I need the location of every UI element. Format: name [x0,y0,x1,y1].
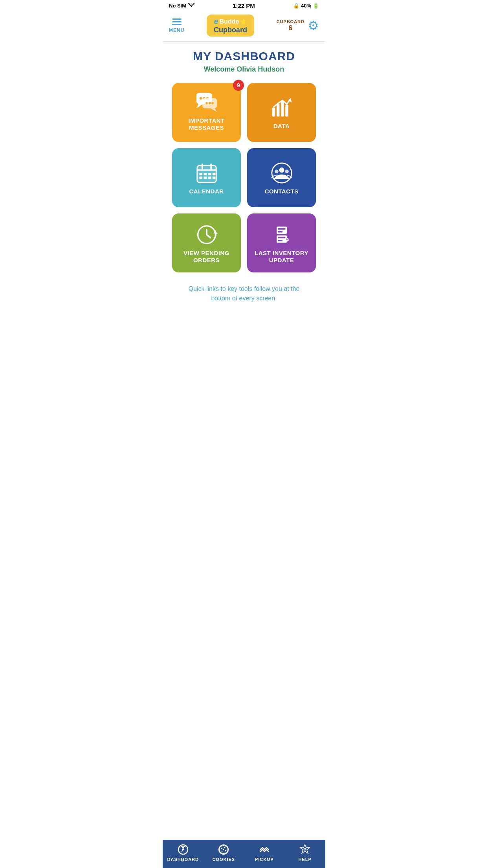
header-right: CUPBOARD 6 ⚙ [276,18,319,33]
status-time: 1:22 PM [233,2,255,9]
logo-star-icon: ⭐ [240,18,247,25]
battery-percent: 40% [301,3,311,9]
contacts-tile-label: CONTACTS [264,188,298,195]
pending-orders-icon [196,224,218,246]
svg-rect-27 [212,177,215,179]
svg-rect-36 [278,228,285,230]
svg-point-9 [211,102,214,105]
pending-orders-tile[interactable]: VIEW PENDINGORDERS [172,213,241,272]
svg-rect-39 [278,240,282,241]
data-icon [271,97,293,119]
contacts-icon [271,162,293,184]
svg-rect-38 [278,237,285,239]
messages-tile-label: IMPORTANTMESSAGES [188,117,225,131]
inventory-tile-label: LAST INVENTORYUPDATE [255,250,308,264]
pending-orders-tile-label: VIEW PENDINGORDERS [183,250,229,264]
svg-rect-11 [276,104,279,117]
svg-marker-33 [213,231,217,234]
svg-rect-37 [278,231,282,233]
inventory-update-tile[interactable]: LAST INVENTORYUPDATE [247,213,316,272]
menu-button[interactable]: MENU [169,18,184,33]
svg-rect-17 [197,169,216,171]
lock-icon: 🔒 [293,3,299,9]
svg-rect-12 [281,101,284,116]
status-right: 🔒 40% 🔋 [293,3,319,9]
logo-e-letter: e [214,17,218,26]
svg-rect-13 [285,105,288,117]
svg-point-28 [272,163,291,183]
hamburger-icon [172,18,182,25]
svg-rect-34 [276,226,286,234]
svg-rect-24 [199,177,202,179]
calendar-icon [196,162,218,184]
app-logo: e Budde ⭐ Cupboard [207,15,254,37]
svg-point-29 [279,167,284,173]
svg-rect-25 [204,177,206,179]
svg-rect-21 [204,173,206,175]
svg-marker-1 [196,104,203,108]
svg-point-7 [205,102,208,105]
main-content: MY DASHBOARD Welcome Olivia Hudson 9 IMP… [163,42,325,350]
data-tile-label: DATA [273,123,290,130]
logo-cupboard-text: Cupboard [214,26,247,34]
quick-links-text: Quick links to key tools follow you at t… [172,280,316,311]
app-header: MENU e Budde ⭐ Cupboard CUPBOARD 6 ⚙ [163,11,325,42]
svg-rect-23 [212,173,215,175]
welcome-message: Welcome Olivia Hudson [172,65,316,74]
cupboard-number: 6 [276,24,305,32]
svg-marker-6 [210,108,217,112]
cupboard-title: CUPBOARD [276,19,305,24]
important-messages-tile[interactable]: 9 IMPORTANTMESSAGES [172,83,241,142]
message-badge: 9 [233,80,244,91]
svg-point-8 [208,102,211,105]
tiles-grid: 9 IMPORTANTMESSAGES [172,83,316,272]
svg-rect-22 [208,173,211,175]
page-title: MY DASHBOARD [172,50,316,63]
logo-top: e Budde ⭐ [214,17,247,26]
calendar-tile[interactable]: CALENDAR [172,148,241,207]
carrier-text: No SIM [169,3,186,9]
calendar-tile-label: CALENDAR [189,188,224,195]
chat-bubble-icon [196,91,218,113]
svg-rect-10 [272,108,275,116]
svg-rect-26 [208,177,211,179]
status-left: No SIM [169,3,194,9]
svg-point-31 [285,170,288,173]
menu-label: MENU [169,28,184,33]
settings-icon[interactable]: ⚙ [308,18,319,33]
logo-budde-text: Budde [220,18,239,25]
battery-icon: 🔋 [313,3,319,9]
contacts-tile[interactable]: CONTACTS [247,148,316,207]
status-bar: No SIM 1:22 PM 🔒 40% 🔋 [163,0,325,11]
svg-rect-20 [199,173,202,175]
wifi-icon [188,3,194,9]
svg-point-30 [275,170,278,173]
svg-point-2 [199,97,202,100]
cupboard-label: CUPBOARD 6 [276,19,305,32]
logo-box: e Budde ⭐ Cupboard [207,15,254,37]
inventory-icon [271,224,293,246]
data-tile[interactable]: DATA [247,83,316,142]
